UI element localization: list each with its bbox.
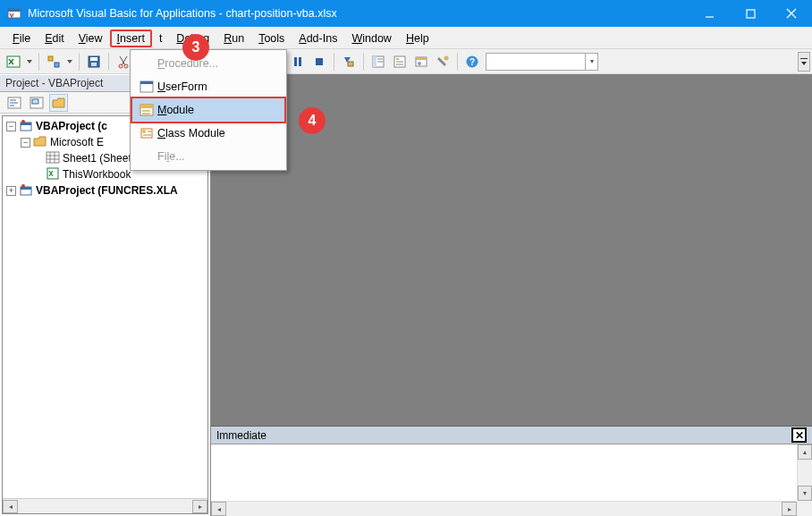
svg-rect-9	[55, 63, 59, 67]
break-button[interactable]	[288, 52, 308, 72]
collapse-icon[interactable]: −	[6, 122, 16, 131]
immediate-titlebar: Immediate ✕	[211, 427, 812, 444]
svg-marker-7	[27, 60, 32, 63]
object-browser-button[interactable]	[411, 52, 431, 72]
properties-button[interactable]	[390, 52, 410, 72]
svg-point-42	[444, 55, 449, 60]
menu-run[interactable]: Run	[216, 30, 251, 47]
line-column-combo[interactable]: ▾	[486, 53, 598, 71]
svg-rect-36	[396, 58, 399, 60]
expand-icon[interactable]: +	[6, 186, 16, 196]
svg-rect-13	[91, 63, 97, 66]
module-icon	[136, 104, 157, 116]
immediate-body[interactable]: ▴ ▾ ◂ ▸	[211, 444, 812, 516]
insert-dropdown-menu: Procedure... UserForm Module Class Modul…	[130, 49, 287, 171]
svg-rect-66	[140, 105, 153, 108]
project-explorer-button[interactable]	[368, 52, 388, 72]
menu-help[interactable]: Help	[399, 30, 436, 47]
svg-rect-8	[48, 56, 53, 61]
project-pane-title-text: Project - VBAProject	[5, 77, 103, 89]
svg-rect-50	[32, 99, 38, 104]
svg-rect-27	[299, 57, 301, 66]
tree-hscrollbar[interactable]: ◂ ▸	[3, 498, 207, 513]
insert-object-button[interactable]	[44, 52, 63, 72]
minimize-button[interactable]	[689, 0, 730, 27]
annotation-3: 3	[182, 34, 209, 61]
immediate-window: Immediate ✕ ▴ ▾ ◂ ▸	[211, 426, 812, 516]
menu-item-file: File...	[132, 145, 284, 168]
menu-item-classmodule[interactable]: Class Module	[132, 122, 284, 145]
menu-tools[interactable]: Tools	[251, 30, 292, 47]
svg-rect-26	[294, 57, 297, 66]
svg-rect-64	[140, 81, 153, 84]
immediate-vscrollbar[interactable]: ▴ ▾	[797, 444, 812, 501]
scroll-left-icon[interactable]: ◂	[211, 502, 226, 516]
classmodule-icon	[136, 127, 157, 140]
menu-view[interactable]: View	[72, 30, 110, 47]
menu-insert[interactable]: Insert	[110, 30, 152, 47]
scroll-down-icon[interactable]: ▾	[798, 486, 812, 501]
scroll-corner	[797, 501, 812, 516]
menu-item-module[interactable]: Module	[131, 97, 286, 123]
menu-format[interactable]: t	[152, 30, 169, 47]
project-tree[interactable]: − VBAProject (c − Microsoft E Sheet1 (Sh…	[2, 115, 208, 514]
svg-point-41	[418, 62, 421, 65]
save-button[interactable]	[84, 52, 104, 72]
scroll-up-icon[interactable]: ▴	[798, 444, 812, 460]
svg-rect-40	[416, 57, 427, 60]
menu-window[interactable]: Window	[344, 30, 398, 47]
svg-point-53	[21, 120, 25, 123]
menu-edit[interactable]: Edit	[38, 30, 72, 47]
view-code-button[interactable]	[4, 94, 23, 112]
dropdown-arrow-icon[interactable]	[65, 52, 74, 72]
dropdown-arrow-icon[interactable]	[25, 52, 34, 72]
svg-rect-32	[373, 56, 376, 67]
menu-item-userform[interactable]: UserForm	[132, 75, 284, 98]
tree-folder-1[interactable]: Microsoft E	[50, 136, 104, 148]
svg-rect-59	[47, 168, 58, 179]
close-button[interactable]	[771, 0, 812, 27]
reset-button[interactable]	[309, 52, 329, 72]
svg-marker-10	[67, 60, 72, 63]
menubar: File Edit View Insert t Debug Run Tools …	[0, 27, 812, 49]
worksheet-icon	[46, 151, 60, 165]
view-object-button[interactable]	[27, 94, 46, 112]
svg-rect-3	[747, 10, 755, 18]
menu-addins[interactable]: Add-Ins	[292, 30, 344, 47]
scroll-left-icon[interactable]: ◂	[3, 500, 18, 513]
scroll-right-icon[interactable]: ▸	[192, 500, 207, 513]
svg-rect-1	[8, 9, 21, 12]
tree-root-2[interactable]: VBAProject (FUNCRES.XLA	[36, 184, 178, 197]
svg-rect-30	[348, 62, 353, 66]
folder-icon	[33, 135, 47, 149]
standard-toolbar: ? ▾	[0, 49, 812, 74]
immediate-hscrollbar[interactable]: ◂ ▸	[211, 501, 797, 516]
collapse-icon[interactable]: −	[21, 138, 30, 148]
view-excel-button[interactable]	[4, 52, 23, 72]
design-mode-button[interactable]	[339, 52, 359, 72]
dropdown-arrow-icon[interactable]: ▾	[585, 54, 597, 70]
tree-thisworkbook[interactable]: ThisWorkbook	[63, 168, 131, 181]
userform-icon	[136, 80, 157, 93]
svg-rect-54	[47, 152, 59, 163]
mdi-client-area: Immediate ✕ ▴ ▾ ◂ ▸	[211, 74, 812, 516]
toolbar-overflow-button[interactable]	[798, 52, 810, 72]
line-column-input[interactable]	[486, 54, 585, 70]
menu-file[interactable]: File	[5, 30, 38, 47]
svg-point-14	[119, 64, 123, 68]
toolbox-button[interactable]	[433, 52, 453, 72]
toggle-folders-button[interactable]	[49, 94, 68, 112]
titlebar: Microsoft Visual Basic for Applications …	[0, 0, 812, 27]
svg-rect-6	[7, 56, 20, 67]
immediate-close-button[interactable]: ✕	[791, 427, 807, 443]
annotation-4: 4	[299, 107, 326, 134]
window-title: Microsoft Visual Basic for Applications …	[28, 7, 689, 20]
menu-item-procedure: Procedure...	[132, 52, 284, 75]
vbaproject-icon	[19, 119, 33, 133]
vba-app-icon	[7, 6, 21, 21]
tree-root-1[interactable]: VBAProject (c	[36, 120, 107, 132]
help-button[interactable]: ?	[462, 52, 482, 72]
svg-point-62	[21, 184, 25, 188]
scroll-right-icon[interactable]: ▸	[782, 502, 797, 516]
maximize-button[interactable]	[730, 0, 771, 27]
